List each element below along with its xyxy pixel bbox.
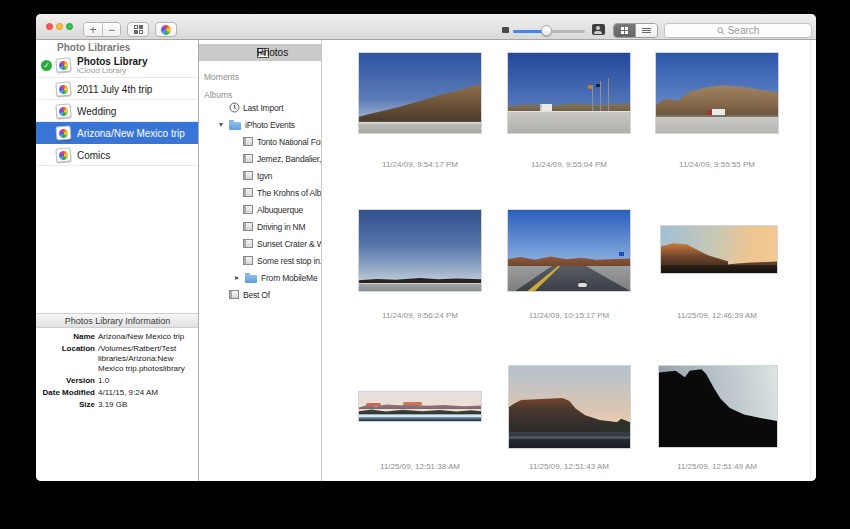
photo-timestamp: 11/24/09, 9:54:17 PM <box>358 160 482 169</box>
library-icon <box>55 147 71 162</box>
event-icon <box>243 222 253 231</box>
photo-timestamp: 11/25/09, 12:51:38 AM <box>358 462 482 471</box>
view-mode-segmented-control <box>613 23 658 38</box>
thumbnail-size-slider-thumb[interactable] <box>541 25 552 36</box>
zoom-window-button[interactable] <box>66 23 73 30</box>
sidebar-header: Photo Libraries <box>57 42 130 53</box>
photo-thumbnail-4[interactable] <box>358 209 482 292</box>
photos-app-icon <box>161 25 171 35</box>
folder-icon <box>245 275 257 283</box>
search-placeholder: Search <box>728 25 760 36</box>
minimize-window-button[interactable] <box>56 23 63 30</box>
album-item-sunset-crater[interactable]: Sunset Crater & W... <box>199 235 322 252</box>
library-row-comics[interactable]: Comics <box>36 144 199 166</box>
album-item-krohns[interactable]: The Krohns of Albu... <box>199 184 322 201</box>
photo-thumbnail-7[interactable] <box>358 391 482 422</box>
photo-thumbnail-2[interactable] <box>507 52 631 134</box>
disclosure-down-icon[interactable]: ▾ <box>219 120 223 129</box>
album-item-albuquerque[interactable]: Albuquerque <box>199 201 322 218</box>
add-library-button[interactable]: + <box>84 23 102 36</box>
library-icon <box>55 103 71 118</box>
merge-libraries-button[interactable] <box>127 22 149 37</box>
event-icon <box>243 154 253 163</box>
info-row-location: Location /Volumes/Ratbert/Test libraries… <box>36 344 199 374</box>
remove-library-button[interactable]: − <box>102 23 120 36</box>
album-item-iphoto-events[interactable]: ▾ iPhoto Events <box>199 116 322 133</box>
close-window-button[interactable] <box>46 23 53 30</box>
powerphotos-window: + − <box>36 14 816 481</box>
open-in-photos-button[interactable] <box>155 22 177 37</box>
event-icon <box>243 205 253 214</box>
event-icon <box>243 188 253 197</box>
photo-timestamp: 11/24/09, 10:15:17 PM <box>507 311 631 320</box>
disclosure-right-icon[interactable]: ▸ <box>235 273 239 282</box>
thumbnail-size-large-icon <box>592 24 605 35</box>
photo-timestamp: 11/25/09, 12:51:49 AM <box>655 462 779 471</box>
clock-icon <box>229 102 240 113</box>
library-icon <box>55 81 71 96</box>
info-panel-header: Photos Library Information <box>36 313 199 328</box>
source-item-photos-selected[interactable]: Photos <box>199 44 322 61</box>
info-row-date-modified: Date Modified 4/11/15, 9:24 AM <box>36 388 199 398</box>
photo-thumbnail-1[interactable] <box>358 52 482 134</box>
library-row-arizona-selected[interactable]: Arizona/New Mexico trip <box>36 122 199 144</box>
library-icon <box>55 57 71 72</box>
library-subtitle: iCloud Library <box>77 66 126 75</box>
grid-view-button[interactable] <box>614 24 635 37</box>
folder-icon <box>229 122 241 130</box>
photo-timestamp: 11/25/09, 12:46:39 AM <box>655 311 779 320</box>
album-item-tgvn[interactable]: tgvn <box>199 167 322 184</box>
section-label-moments: Moments <box>204 72 239 82</box>
library-icon <box>55 125 71 140</box>
add-remove-group: + − <box>83 22 121 37</box>
merge-icon <box>134 25 143 34</box>
thumbnail-size-small-icon <box>502 27 509 33</box>
album-icon <box>229 290 239 299</box>
list-view-button[interactable] <box>635 24 657 37</box>
toolbar: + − <box>36 14 816 40</box>
screenshot-background: + − <box>0 0 850 529</box>
album-item-jemez[interactable]: Jemez, Bandalier,... <box>199 150 322 167</box>
photo-timestamp: 11/24/09, 9:55:55 PM <box>655 160 779 169</box>
event-icon <box>243 171 253 180</box>
album-item-tonto[interactable]: Tonto National For... <box>199 133 322 150</box>
scrollbar-track[interactable] <box>810 40 811 481</box>
grid-view-icon <box>621 27 628 34</box>
photo-thumbnail-9[interactable] <box>658 365 778 448</box>
info-row-name: Name Arizona/New Mexico trip <box>36 332 199 342</box>
library-row-2011-july[interactable]: 2011 July 4th trip <box>36 78 199 100</box>
photo-thumbnail-5[interactable] <box>507 209 631 292</box>
info-row-size: Size 3.19 GB <box>36 400 199 410</box>
event-icon <box>243 137 253 146</box>
album-item-best-of[interactable]: Best Of <box>199 286 322 303</box>
search-input[interactable]: Search <box>664 23 812 38</box>
info-row-version: Version 1.0 <box>36 376 199 386</box>
event-icon <box>243 256 253 265</box>
photo-timestamp: 11/25/09, 12:51:43 AM <box>507 462 631 471</box>
list-view-icon <box>642 27 651 34</box>
photo-thumbnail-8[interactable] <box>508 365 631 449</box>
album-item-from-mobileme[interactable]: ▸ From MobileMe <box>199 269 322 286</box>
album-item-driving-in-nm[interactable]: Driving in NM <box>199 218 322 235</box>
library-row-photos-library[interactable]: ✓ Photos Library iCloud Library <box>36 53 199 78</box>
photo-timestamp: 11/24/09, 9:55:04 PM <box>507 160 631 169</box>
album-item-rest-stop[interactable]: Some rest stop in... <box>199 252 322 269</box>
photo-thumbnail-6[interactable] <box>660 225 778 274</box>
library-row-wedding[interactable]: Wedding <box>36 100 199 122</box>
album-item-last-import[interactable]: Last Import <box>199 99 322 116</box>
albums-panel: Photos Moments Albums Last Import ▾ iPho… <box>199 40 322 481</box>
photo-timestamp: 11/24/09, 9:56:24 PM <box>358 311 482 320</box>
library-sidebar: Photo Libraries ✓ Photos Library iCloud … <box>36 40 199 481</box>
search-icon <box>717 27 725 35</box>
active-library-check-icon: ✓ <box>41 60 52 71</box>
event-icon <box>243 239 253 248</box>
info-panel: Name Arizona/New Mexico trip Location /V… <box>36 332 199 412</box>
photo-thumbnail-3[interactable] <box>655 52 779 134</box>
